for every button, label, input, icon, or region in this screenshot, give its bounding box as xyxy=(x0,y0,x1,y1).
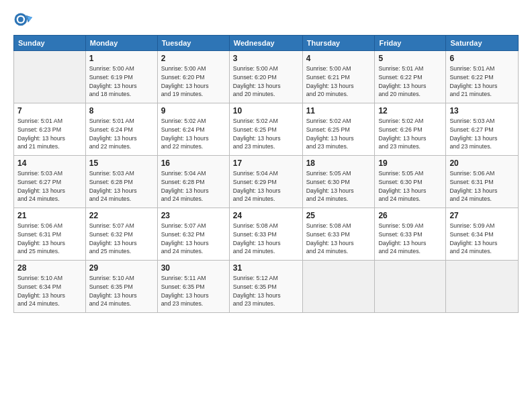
calendar-cell: 14Sunrise: 5:03 AMSunset: 6:27 PMDayligh… xyxy=(14,156,86,208)
calendar-cell: 9Sunrise: 5:02 AMSunset: 6:24 PMDaylight… xyxy=(157,103,229,156)
weekday-header-saturday: Saturday xyxy=(446,36,519,51)
day-number: 22 xyxy=(89,211,154,220)
weekday-header-tuesday: Tuesday xyxy=(157,36,229,51)
day-info: Sunrise: 5:03 AMSunset: 6:27 PMDaylight:… xyxy=(449,117,515,151)
day-info: Sunrise: 5:12 AMSunset: 6:35 PMDaylight:… xyxy=(233,274,299,308)
day-number: 24 xyxy=(233,211,299,220)
calendar-cell: 5Sunrise: 5:01 AMSunset: 6:22 PMDaylight… xyxy=(375,51,446,103)
calendar-cell xyxy=(375,261,446,313)
weekday-header-thursday: Thursday xyxy=(302,36,375,51)
calendar-cell: 26Sunrise: 5:09 AMSunset: 6:33 PMDayligh… xyxy=(375,208,446,261)
day-number: 29 xyxy=(89,263,154,273)
calendar-cell: 21Sunrise: 5:06 AMSunset: 6:31 PMDayligh… xyxy=(14,208,86,261)
calendar-cell: 24Sunrise: 5:08 AMSunset: 6:33 PMDayligh… xyxy=(229,208,302,261)
day-info: Sunrise: 5:10 AMSunset: 6:35 PMDaylight:… xyxy=(89,274,154,308)
day-info: Sunrise: 5:00 AMSunset: 6:20 PMDaylight:… xyxy=(161,64,226,99)
day-number: 28 xyxy=(17,263,82,273)
calendar-cell xyxy=(14,51,86,103)
day-number: 1 xyxy=(89,54,154,63)
day-info: Sunrise: 5:08 AMSunset: 6:33 PMDaylight:… xyxy=(306,222,371,256)
day-number: 9 xyxy=(161,106,226,116)
day-info: Sunrise: 5:00 AMSunset: 6:19 PMDaylight:… xyxy=(89,64,154,99)
day-number: 17 xyxy=(233,158,299,168)
day-info: Sunrise: 5:04 AMSunset: 6:28 PMDaylight:… xyxy=(161,169,226,203)
day-info: Sunrise: 5:09 AMSunset: 6:34 PMDaylight:… xyxy=(449,222,515,256)
calendar-cell: 8Sunrise: 5:01 AMSunset: 6:24 PMDaylight… xyxy=(85,103,157,156)
day-number: 4 xyxy=(306,54,371,63)
day-number: 3 xyxy=(233,54,299,63)
day-number: 5 xyxy=(378,54,442,63)
day-info: Sunrise: 5:03 AMSunset: 6:28 PMDaylight:… xyxy=(89,169,154,203)
day-number: 7 xyxy=(17,106,82,116)
calendar-table: SundayMondayTuesdayWednesdayThursdayFrid… xyxy=(13,35,519,313)
day-number: 10 xyxy=(233,106,299,116)
header xyxy=(13,12,519,31)
logo-icon xyxy=(13,12,32,31)
day-number: 8 xyxy=(89,106,154,116)
calendar-cell: 29Sunrise: 5:10 AMSunset: 6:35 PMDayligh… xyxy=(85,261,157,313)
day-number: 15 xyxy=(89,158,154,168)
weekday-header-wednesday: Wednesday xyxy=(229,36,302,51)
weekday-row: SundayMondayTuesdayWednesdayThursdayFrid… xyxy=(14,36,519,51)
calendar-cell: 10Sunrise: 5:02 AMSunset: 6:25 PMDayligh… xyxy=(229,103,302,156)
calendar-cell: 30Sunrise: 5:11 AMSunset: 6:35 PMDayligh… xyxy=(157,261,229,313)
day-info: Sunrise: 5:01 AMSunset: 6:23 PMDaylight:… xyxy=(17,117,82,151)
day-info: Sunrise: 5:07 AMSunset: 6:32 PMDaylight:… xyxy=(89,222,154,256)
calendar-week-1: 7Sunrise: 5:01 AMSunset: 6:23 PMDaylight… xyxy=(14,103,519,156)
day-info: Sunrise: 5:01 AMSunset: 6:22 PMDaylight:… xyxy=(449,64,515,99)
day-info: Sunrise: 5:07 AMSunset: 6:32 PMDaylight:… xyxy=(161,222,226,256)
weekday-header-sunday: Sunday xyxy=(14,36,86,51)
calendar-cell: 3Sunrise: 5:00 AMSunset: 6:20 PMDaylight… xyxy=(229,51,302,103)
day-number: 25 xyxy=(306,211,371,220)
page: SundayMondayTuesdayWednesdayThursdayFrid… xyxy=(0,0,532,411)
logo xyxy=(13,12,35,31)
day-info: Sunrise: 5:05 AMSunset: 6:30 PMDaylight:… xyxy=(306,169,371,203)
calendar-cell: 1Sunrise: 5:00 AMSunset: 6:19 PMDaylight… xyxy=(85,51,157,103)
day-number: 30 xyxy=(161,263,226,273)
day-info: Sunrise: 5:09 AMSunset: 6:33 PMDaylight:… xyxy=(378,222,442,256)
svg-point-2 xyxy=(18,17,24,22)
day-number: 18 xyxy=(306,158,371,168)
calendar-body: 1Sunrise: 5:00 AMSunset: 6:19 PMDaylight… xyxy=(14,51,519,313)
calendar-cell: 6Sunrise: 5:01 AMSunset: 6:22 PMDaylight… xyxy=(446,51,519,103)
calendar-week-2: 14Sunrise: 5:03 AMSunset: 6:27 PMDayligh… xyxy=(14,156,519,208)
day-number: 12 xyxy=(378,106,442,116)
calendar-cell: 12Sunrise: 5:02 AMSunset: 6:26 PMDayligh… xyxy=(375,103,446,156)
calendar-cell: 25Sunrise: 5:08 AMSunset: 6:33 PMDayligh… xyxy=(302,208,375,261)
calendar-cell: 17Sunrise: 5:04 AMSunset: 6:29 PMDayligh… xyxy=(229,156,302,208)
calendar-cell: 4Sunrise: 5:00 AMSunset: 6:21 PMDaylight… xyxy=(302,51,375,103)
day-number: 11 xyxy=(306,106,371,116)
day-info: Sunrise: 5:01 AMSunset: 6:24 PMDaylight:… xyxy=(89,117,154,151)
calendar-cell: 15Sunrise: 5:03 AMSunset: 6:28 PMDayligh… xyxy=(85,156,157,208)
day-number: 6 xyxy=(449,54,515,63)
day-number: 31 xyxy=(233,263,299,273)
calendar-cell: 19Sunrise: 5:05 AMSunset: 6:30 PMDayligh… xyxy=(375,156,446,208)
day-info: Sunrise: 5:08 AMSunset: 6:33 PMDaylight:… xyxy=(233,222,299,256)
calendar-week-3: 21Sunrise: 5:06 AMSunset: 6:31 PMDayligh… xyxy=(14,208,519,261)
calendar-cell: 2Sunrise: 5:00 AMSunset: 6:20 PMDaylight… xyxy=(157,51,229,103)
calendar-week-0: 1Sunrise: 5:00 AMSunset: 6:19 PMDaylight… xyxy=(14,51,519,103)
calendar-cell: 11Sunrise: 5:02 AMSunset: 6:25 PMDayligh… xyxy=(302,103,375,156)
day-info: Sunrise: 5:04 AMSunset: 6:29 PMDaylight:… xyxy=(233,169,299,203)
weekday-header-friday: Friday xyxy=(375,36,446,51)
calendar-cell: 27Sunrise: 5:09 AMSunset: 6:34 PMDayligh… xyxy=(446,208,519,261)
day-info: Sunrise: 5:02 AMSunset: 6:25 PMDaylight:… xyxy=(306,117,371,151)
day-number: 16 xyxy=(161,158,226,168)
day-number: 20 xyxy=(449,158,515,168)
day-number: 26 xyxy=(378,211,442,220)
day-info: Sunrise: 5:00 AMSunset: 6:21 PMDaylight:… xyxy=(306,64,371,99)
calendar-cell: 31Sunrise: 5:12 AMSunset: 6:35 PMDayligh… xyxy=(229,261,302,313)
day-info: Sunrise: 5:02 AMSunset: 6:25 PMDaylight:… xyxy=(233,117,299,151)
day-info: Sunrise: 5:05 AMSunset: 6:30 PMDaylight:… xyxy=(378,169,442,203)
day-info: Sunrise: 5:00 AMSunset: 6:20 PMDaylight:… xyxy=(233,64,299,99)
day-number: 27 xyxy=(449,211,515,220)
day-number: 14 xyxy=(17,158,82,168)
day-number: 23 xyxy=(161,211,226,220)
day-info: Sunrise: 5:11 AMSunset: 6:35 PMDaylight:… xyxy=(161,274,226,308)
day-number: 13 xyxy=(449,106,515,116)
weekday-header-monday: Monday xyxy=(85,36,157,51)
calendar-cell: 7Sunrise: 5:01 AMSunset: 6:23 PMDaylight… xyxy=(14,103,86,156)
calendar-cell: 18Sunrise: 5:05 AMSunset: 6:30 PMDayligh… xyxy=(302,156,375,208)
calendar-cell: 13Sunrise: 5:03 AMSunset: 6:27 PMDayligh… xyxy=(446,103,519,156)
calendar-cell xyxy=(446,261,519,313)
